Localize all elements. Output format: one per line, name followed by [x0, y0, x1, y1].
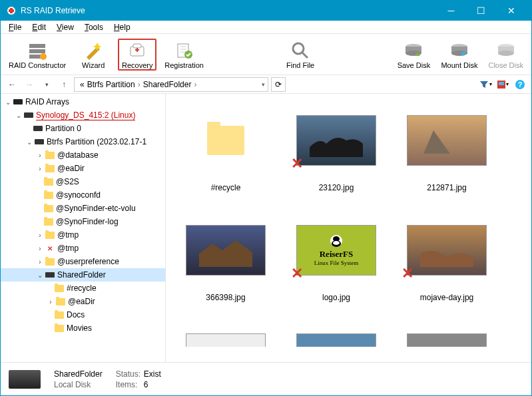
tree-root[interactable]: ⌄RAID Arrays [1, 95, 165, 108]
menu-help[interactable]: Help [109, 22, 136, 33]
image-thumbnail [296, 333, 376, 347]
tool-label: RAID Constructor [9, 61, 66, 69]
folder-icon [43, 203, 54, 214]
find-file-button[interactable]: Find File [281, 39, 320, 71]
deleted-mark-icon: ✕ [291, 155, 303, 172]
folder-icon [45, 256, 55, 267]
tree-item[interactable]: @synoconfd [1, 188, 165, 202]
file-item-image[interactable] [172, 327, 279, 347]
window-title: RS RAID Retrieve [21, 6, 436, 15]
tree-item[interactable]: Docs [1, 308, 165, 321]
tree-item[interactable]: ›@tmp [1, 228, 165, 242]
svg-point-6 [40, 53, 47, 60]
save-disk-button[interactable]: Save Disk [394, 39, 433, 71]
raid-constructor-button[interactable]: RAID Constructor [6, 39, 69, 71]
tree-item[interactable]: @SynoFinder-etc-volu [1, 202, 165, 215]
drive-icon [9, 370, 41, 389]
menu-tools[interactable]: Tools [79, 22, 109, 33]
tree-item[interactable]: #recycle [1, 282, 165, 295]
toolbar: RAID Constructor Wizard Recovery Registr… [1, 34, 531, 75]
tree-synology[interactable]: ⌄Synology_DS_415:2 (Linux) [1, 108, 165, 122]
registration-button[interactable]: Registration [162, 39, 206, 71]
tree-item[interactable]: Movies [1, 321, 165, 335]
bc-seg1[interactable]: Btrfs Partition [87, 80, 135, 89]
svg-rect-2 [9, 9, 14, 12]
view-mode-button[interactable]: ▾ [495, 77, 510, 92]
filter-button[interactable]: ▾ [478, 77, 493, 92]
folder-icon [54, 309, 65, 320]
raid-constructor-icon [27, 40, 48, 61]
drive-icon [33, 123, 43, 134]
file-name: 23120.jpg [319, 183, 354, 192]
menu-view[interactable]: View [51, 22, 79, 33]
bc-prefix: « [80, 80, 85, 89]
search-icon [290, 40, 311, 61]
svg-rect-8 [133, 44, 141, 48]
tree-item[interactable]: @SynoFinder-log [1, 215, 165, 228]
status-value: Exist [144, 369, 161, 379]
svg-rect-3 [29, 44, 45, 48]
tree-item-deleted[interactable]: ›✕@tmp [1, 242, 165, 255]
recovery-icon [127, 40, 148, 61]
maximize-button[interactable]: ☐ [466, 1, 496, 21]
image-thumbnail: ✕ [407, 224, 487, 277]
tree-item[interactable]: ›@userpreference [1, 255, 165, 268]
file-name: logo.jpg [322, 293, 350, 302]
close-button[interactable]: ✕ [496, 1, 526, 21]
mount-disk-icon [449, 40, 470, 61]
file-view[interactable]: #recycle ✕ 23120.jpg 212871.jpg 366398.j… [166, 94, 531, 362]
status-name: SharedFolder [54, 369, 103, 379]
wizard-icon [83, 40, 104, 61]
breadcrumb[interactable]: « Btrfs Partition › SharedFolder › ▾ [74, 77, 268, 92]
menu-edit[interactable]: Edit [27, 22, 51, 33]
tree-sharedfolder[interactable]: ⌄SharedFolder [1, 268, 165, 282]
chevron-right-icon: › [194, 80, 196, 89]
tree-item[interactable]: ›@eaDir [1, 295, 165, 308]
status-label: Status: [116, 369, 144, 379]
up-button[interactable]: ↑ [57, 77, 71, 92]
image-thumbnail [407, 333, 487, 347]
file-item-image[interactable] [394, 327, 500, 347]
chevron-down-icon[interactable]: ▾ [262, 81, 265, 88]
recovery-button[interactable]: Recovery [118, 39, 156, 71]
forward-button[interactable]: → [22, 77, 37, 92]
deleted-mark-icon: ✕ [401, 265, 413, 282]
svg-rect-4 [29, 49, 45, 53]
menu-file[interactable]: File [3, 22, 27, 33]
file-item-image[interactable]: 366398.jpg [172, 217, 279, 320]
back-button[interactable]: ← [5, 77, 19, 92]
history-dropdown[interactable]: ▾ [39, 77, 54, 92]
image-thumbnail: ReiserFS Linux File System ✕ [296, 224, 376, 277]
registration-icon [174, 40, 195, 61]
refresh-button[interactable]: ⟳ [271, 77, 286, 92]
image-thumbnail [186, 333, 266, 347]
tool-label: Wizard [82, 61, 105, 69]
wizard-button[interactable]: Wizard [74, 39, 113, 71]
file-name: 366398.jpg [206, 293, 245, 302]
tree-btrfs[interactable]: ⌄Btrfs Partition (2023.02.17-1 [1, 135, 165, 148]
close-disk-button[interactable]: Close Disk [485, 39, 526, 71]
file-item-image[interactable]: ✕ 23120.jpg [283, 107, 390, 210]
svg-rect-10 [136, 48, 138, 52]
drive-icon [23, 110, 34, 120]
drive-icon [45, 270, 55, 280]
tree-item[interactable]: @S2S [1, 175, 165, 188]
tree-partition0[interactable]: Partition 0 [1, 122, 165, 135]
tree-item[interactable]: ›@database [1, 148, 165, 162]
tree-item[interactable]: ›@eaDir [1, 162, 165, 175]
tool-label: Find File [286, 61, 314, 69]
folder-tree[interactable]: ⌄RAID Arrays ⌄Synology_DS_415:2 (Linux) … [1, 94, 166, 362]
mount-disk-button[interactable]: Mount Disk [438, 39, 480, 71]
file-item-image[interactable] [283, 327, 390, 347]
file-item-image[interactable]: ✕ mojave-day.jpg [394, 217, 500, 320]
svg-point-13 [293, 43, 304, 54]
help-button[interactable]: ? [513, 77, 527, 92]
tool-label: Save Disk [398, 61, 431, 69]
bc-seg2[interactable]: SharedFolder [143, 80, 192, 89]
file-item-folder[interactable]: #recycle [172, 107, 279, 210]
file-item-image[interactable]: ReiserFS Linux File System ✕ logo.jpg [283, 217, 390, 320]
minimize-button[interactable]: ─ [436, 1, 466, 21]
save-disk-icon [403, 40, 424, 61]
chevron-right-icon: › [138, 80, 140, 89]
file-item-image[interactable]: 212871.jpg [394, 107, 500, 210]
